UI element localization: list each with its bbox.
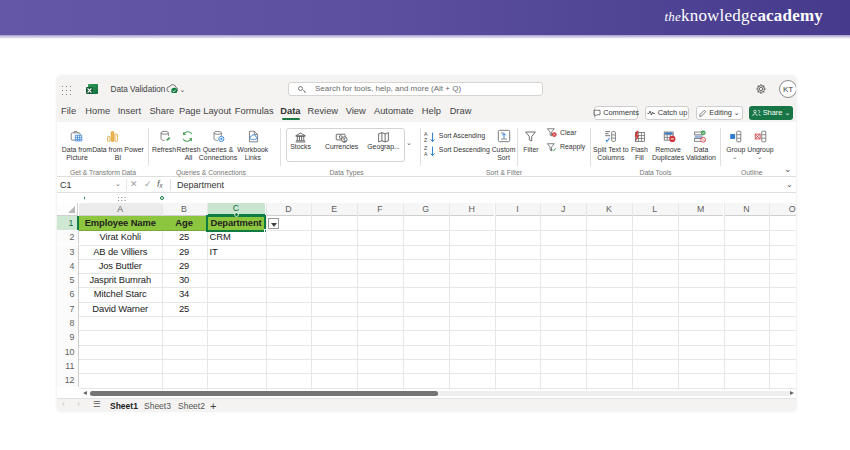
svg-text:Z: Z xyxy=(424,137,428,143)
svg-text:A: A xyxy=(424,131,428,137)
svg-text:$: $ xyxy=(343,138,346,143)
svg-text:Z: Z xyxy=(424,145,428,151)
svg-text:A: A xyxy=(424,151,428,157)
